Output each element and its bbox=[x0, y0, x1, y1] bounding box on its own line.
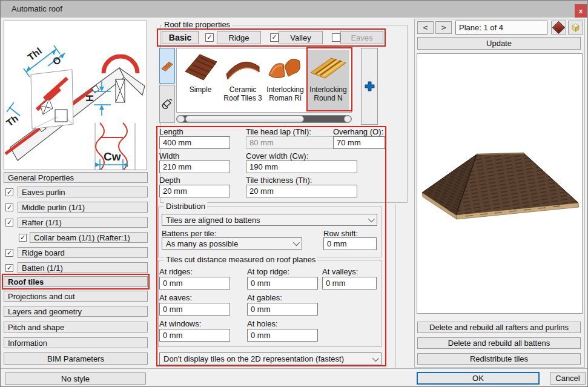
width-label: Width bbox=[159, 152, 179, 160]
sidebar-item-projections-and-cut[interactable]: Projections and cut bbox=[4, 291, 148, 302]
close-button[interactable]: x bbox=[575, 4, 587, 18]
tile-name: Ceramic Roof Tiles 3 bbox=[222, 85, 264, 102]
material-button[interactable] bbox=[551, 21, 566, 35]
battens-per-tile-dropdown[interactable]: As many as possible bbox=[162, 237, 302, 250]
tile-thumb-round bbox=[307, 50, 349, 84]
sidebar-item-ridge-board[interactable]: Ridge board bbox=[18, 247, 148, 258]
redistribute-tiles-button[interactable]: Redistribute tiles bbox=[417, 353, 581, 365]
no-style-button[interactable]: No style bbox=[5, 372, 146, 385]
sidebar-item-collar-beam[interactable]: Collar beam (1/1) (Rafter:1) bbox=[30, 232, 148, 243]
plane-indicator-field[interactable]: Plane: 1 of 4 bbox=[455, 21, 547, 35]
sidebar-item-middle-purlin[interactable]: Middle purlin (1/1) bbox=[18, 202, 148, 213]
depth-input[interactable] bbox=[159, 185, 230, 197]
at-holes-input[interactable] bbox=[247, 329, 318, 342]
scrollbar-left-button[interactable] bbox=[177, 116, 185, 122]
at-valleys-input[interactable] bbox=[322, 277, 377, 289]
automatic-roof-dialog: Automatic roof x bbox=[0, 0, 588, 387]
sidebar-item-pitch-and-shape[interactable]: Pitch and shape bbox=[4, 322, 148, 332]
dim-label-th: Th bbox=[4, 113, 20, 128]
scrollbar-right-button[interactable] bbox=[344, 116, 351, 122]
rafter-checkbox[interactable] bbox=[5, 219, 13, 227]
gallery-scrollbar[interactable] bbox=[176, 115, 352, 123]
sidebar-item-rafter[interactable]: Rafter (1/1) bbox=[18, 217, 148, 228]
tile-item-interlocking-round[interactable]: Interlocking Round N bbox=[307, 50, 349, 111]
tile-name: Interlocking Round N bbox=[307, 85, 349, 102]
tile-item-ceramic-roof-tiles-3[interactable]: Ceramic Roof Tiles 3 bbox=[222, 50, 264, 111]
dim-label-thl: Thl bbox=[26, 45, 44, 62]
head-lap-label: Tile head lap (Thl): bbox=[246, 128, 311, 136]
at-top-ridge-label: At top ridge: bbox=[247, 268, 289, 276]
row-shift-label: Row shift: bbox=[323, 230, 358, 237]
cover-width-input[interactable] bbox=[246, 160, 357, 173]
eaves-toggle-checkbox[interactable] bbox=[332, 33, 340, 42]
previous-plane-button[interactable]: < bbox=[417, 21, 434, 34]
middle-purlin-checkbox[interactable] bbox=[5, 203, 13, 211]
at-eaves-label: At eaves: bbox=[159, 294, 192, 302]
at-gables-input[interactable] bbox=[247, 303, 318, 316]
at-eaves-input[interactable] bbox=[159, 303, 230, 316]
footer-separator bbox=[1, 368, 588, 369]
roof-schematic-svg: Thl O Th H bbox=[4, 21, 147, 170]
tile-thumb-roman bbox=[264, 50, 306, 84]
tile-gallery: Simple Ceramic Roof Tiles 3 Interlocking… bbox=[176, 48, 352, 113]
at-valleys-label: At valleys: bbox=[322, 268, 358, 276]
tile-item-interlocking-roman[interactable]: Interlocking Roman Ri bbox=[264, 50, 306, 111]
sidebar-item-eaves-purlin[interactable]: Eaves purlin bbox=[18, 187, 148, 197]
window-title: Automatic roof bbox=[12, 1, 62, 18]
add-tile-button[interactable] bbox=[361, 48, 378, 125]
sidebar-item-information[interactable]: Information bbox=[4, 337, 148, 348]
tile-thickness-label: Tile thickness (Th): bbox=[246, 176, 312, 184]
alignment-dropdown[interactable]: Tiles are aligned to battens bbox=[162, 214, 377, 226]
sidebar-item-roof-tiles[interactable]: Roof tiles bbox=[4, 276, 148, 287]
overhang-input[interactable] bbox=[333, 136, 385, 149]
batten-checkbox[interactable] bbox=[5, 264, 13, 272]
material-paint-button[interactable] bbox=[159, 85, 175, 123]
at-holes-label: At holes: bbox=[247, 320, 278, 328]
ridge-board-checkbox[interactable] bbox=[5, 249, 13, 257]
roof-tile-properties-label: Roof tile properties bbox=[162, 21, 232, 28]
preview-viewport[interactable] bbox=[417, 53, 583, 314]
ridge-button[interactable]: Ridge bbox=[217, 31, 261, 44]
sidebar-item-general-properties[interactable]: General Properties bbox=[4, 172, 148, 183]
rebuild-battens-button[interactable]: Delete and rebuild all battens bbox=[417, 337, 581, 349]
tile-thumb-simple bbox=[179, 50, 222, 84]
valley-toggle-checkbox[interactable] bbox=[270, 33, 279, 42]
width-input[interactable] bbox=[159, 160, 230, 173]
ridge-toggle-checkbox[interactable] bbox=[205, 33, 214, 42]
solid-view-button[interactable] bbox=[568, 21, 583, 35]
roof-schematic-panel: Thl O Th H bbox=[4, 21, 147, 170]
at-top-ridge-input[interactable] bbox=[247, 277, 318, 289]
next-plane-button[interactable]: > bbox=[435, 21, 452, 34]
valley-button[interactable]: Valley bbox=[279, 31, 323, 44]
plus-icon bbox=[365, 81, 375, 91]
rebuild-rafters-purlins-button[interactable]: Delete and rebuild all rafters and purli… bbox=[417, 322, 581, 333]
tile-name: Interlocking Roman Ri bbox=[264, 85, 306, 102]
bim-parameters-button[interactable]: BIM Parameters bbox=[4, 352, 148, 365]
basic-button[interactable]: Basic bbox=[162, 31, 199, 44]
tile-thumb-ceramic bbox=[222, 50, 264, 84]
eaves-purlin-checkbox[interactable] bbox=[5, 188, 13, 196]
distribution-label: Distribution bbox=[164, 202, 207, 210]
scrollbar-thumb[interactable] bbox=[185, 116, 304, 122]
eaves-button: Eaves bbox=[340, 31, 383, 44]
ok-button[interactable]: OK bbox=[417, 372, 540, 385]
cut-distance-label: Tiles cut distance measured on roof plan… bbox=[164, 256, 317, 263]
row-shift-input[interactable] bbox=[323, 237, 377, 250]
dim-label-h: H bbox=[85, 94, 95, 102]
at-gables-label: At gables: bbox=[247, 294, 282, 302]
at-windows-input[interactable] bbox=[159, 329, 230, 342]
at-ridges-label: At ridges: bbox=[159, 268, 193, 276]
sidebar-item-batten[interactable]: Batten (1/1) bbox=[18, 262, 148, 273]
cube-icon bbox=[570, 22, 581, 33]
cover-width-label: Cover width (Cw): bbox=[246, 152, 308, 160]
cancel-button[interactable]: Cancel bbox=[550, 372, 586, 385]
tile-category-button[interactable] bbox=[159, 48, 175, 84]
length-input[interactable] bbox=[159, 136, 230, 149]
tile-item-simple[interactable]: Simple bbox=[179, 50, 222, 111]
tile-thickness-input[interactable] bbox=[246, 185, 357, 197]
collar-beam-checkbox[interactable] bbox=[19, 234, 27, 242]
at-ridges-input[interactable] bbox=[159, 277, 230, 289]
display-mode-dropdown[interactable]: Don't display tiles on the 2D representa… bbox=[159, 352, 382, 365]
sidebar-item-layers-and-geometry[interactable]: Layers and geometry bbox=[4, 306, 148, 317]
update-button[interactable]: Update bbox=[417, 37, 581, 50]
